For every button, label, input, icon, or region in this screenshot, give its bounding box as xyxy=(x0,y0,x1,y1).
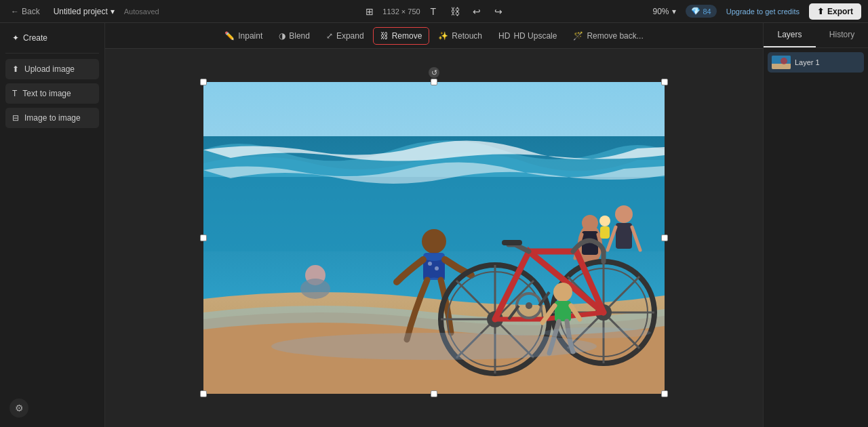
sidebar-divider xyxy=(5,53,99,54)
right-panel-tabs: Layers History xyxy=(764,23,868,48)
sidebar-item-upload[interactable]: ⬆ Upload image xyxy=(5,59,99,79)
upload-icon: ⬆ xyxy=(12,64,19,74)
zoom-control[interactable]: 90% ▾ xyxy=(648,5,679,18)
svg-point-34 xyxy=(553,283,572,302)
create-icon: ✦ xyxy=(12,33,19,43)
inpaint-label: Inpaint xyxy=(238,31,262,41)
remove-background-label: Remove back... xyxy=(587,31,643,41)
canvas-area: ✏️ Inpaint ◑ Blend ⤢ Expand ⛓ Remove ✨ R… xyxy=(105,23,763,427)
right-panel: Layers History Layer 1 xyxy=(763,23,868,427)
text-icon: T xyxy=(12,89,17,98)
svg-point-31 xyxy=(526,302,532,309)
undo-button[interactable]: ↩ xyxy=(468,3,486,20)
credits-icon: 💎 xyxy=(691,7,701,16)
handle-bottom-left[interactable] xyxy=(200,390,207,397)
rotate-handle[interactable]: ↺ xyxy=(429,67,439,78)
blend-label: Blend xyxy=(289,31,310,41)
credits-badge: 💎 84 xyxy=(686,5,717,18)
zoom-value: 90% xyxy=(652,7,669,16)
project-name-text: Untitled project xyxy=(54,7,108,16)
svg-rect-6 xyxy=(600,226,610,239)
image-container[interactable]: ↺ xyxy=(203,82,665,394)
expand-label: Expand xyxy=(336,31,364,41)
svg-point-3 xyxy=(582,215,598,231)
remove-icon: ⛓ xyxy=(380,31,389,41)
svg-rect-8 xyxy=(616,223,632,249)
inpaint-tool[interactable]: ✏️ Inpaint xyxy=(217,27,270,45)
svg-point-11 xyxy=(422,229,446,253)
header-center: ⊞ 1132 × 750 T ⛓ ↩ ↪ xyxy=(361,3,507,20)
blend-icon: ◑ xyxy=(279,31,285,41)
svg-point-40 xyxy=(781,58,787,64)
svg-point-37 xyxy=(542,327,651,338)
main: ✦ Create ⬆ Upload image T Text to image … xyxy=(0,23,868,427)
remove-tool[interactable]: ⛓ Remove xyxy=(373,27,430,45)
retouch-label: Retouch xyxy=(452,31,482,41)
chevron-down-icon: ▾ xyxy=(111,7,115,16)
image-to-image-label: Image to image xyxy=(24,113,81,123)
crop-tool-button[interactable]: ⊞ xyxy=(361,3,378,20)
hd-upscale-tool[interactable]: HD HD Upscale xyxy=(491,27,564,45)
sidebar-bottom: ⚙ xyxy=(5,394,99,422)
handle-middle-right[interactable] xyxy=(661,235,668,241)
export-icon: ⬆ xyxy=(817,7,824,16)
remove-label: Remove xyxy=(392,31,422,41)
remove-background-tool[interactable]: 🪄 Remove back... xyxy=(566,27,650,45)
handle-bottom-right[interactable] xyxy=(661,390,668,397)
link-tool-button[interactable]: ⛓ xyxy=(446,3,464,20)
credits-count: 84 xyxy=(703,7,711,16)
layer-name: Layer 1 xyxy=(795,58,820,66)
handle-top-right[interactable] xyxy=(661,79,668,85)
text-to-image-label: Text to image xyxy=(22,89,71,98)
settings-button[interactable]: ⚙ xyxy=(9,399,28,418)
svg-rect-29 xyxy=(502,240,522,245)
text-tool-button[interactable]: T xyxy=(425,3,442,20)
retouch-icon: ✨ xyxy=(438,31,448,41)
toolbar: ✏️ Inpaint ◑ Blend ⤢ Expand ⛓ Remove ✨ R… xyxy=(105,23,763,49)
back-button[interactable]: ← Back xyxy=(7,5,44,18)
autosaved-status: Autosaved xyxy=(124,7,159,16)
upload-label: Upload image xyxy=(24,64,75,74)
blend-tool[interactable]: ◑ Blend xyxy=(271,27,317,45)
svg-rect-39 xyxy=(772,64,791,69)
svg-point-13 xyxy=(428,262,432,266)
sidebar-item-text-to-image[interactable]: T Text to image xyxy=(5,83,99,104)
retouch-tool[interactable]: ✨ Retouch xyxy=(431,27,490,45)
image-size: 1132 × 750 xyxy=(382,7,420,16)
handle-top-center[interactable] xyxy=(431,79,437,85)
upgrade-button[interactable]: Upgrade to get credits xyxy=(722,5,804,18)
hd-icon: HD xyxy=(498,31,510,41)
header: ← Back Untitled project ▾ Autosaved ⊞ 11… xyxy=(0,0,868,23)
canvas-image xyxy=(203,82,665,394)
handle-middle-left[interactable] xyxy=(200,235,207,241)
svg-point-7 xyxy=(615,205,633,223)
export-label: Export xyxy=(827,7,853,16)
expand-tool[interactable]: ⤢ Expand xyxy=(319,27,372,45)
layer-item[interactable]: Layer 1 xyxy=(768,52,864,73)
left-sidebar: ✦ Create ⬆ Upload image T Text to image … xyxy=(0,23,105,427)
back-label: Back xyxy=(22,7,40,16)
project-name[interactable]: Untitled project ▾ xyxy=(50,5,119,18)
inpaint-icon: ✏️ xyxy=(224,31,235,41)
layers-list: Layer 1 xyxy=(764,48,868,77)
handle-top-left[interactable] xyxy=(200,79,207,85)
sidebar-item-image-to-image[interactable]: ⊟ Image to image xyxy=(5,108,99,128)
hd-upscale-label: HD Upscale xyxy=(513,31,557,41)
svg-point-10 xyxy=(300,279,330,299)
redo-button[interactable]: ↪ xyxy=(490,3,507,20)
svg-point-14 xyxy=(435,266,439,270)
handle-bottom-center[interactable] xyxy=(431,390,437,397)
tab-history[interactable]: History xyxy=(816,23,868,47)
wand-icon: 🪄 xyxy=(573,31,583,41)
expand-icon: ⤢ xyxy=(326,31,333,41)
canvas-wrapper[interactable]: ↺ xyxy=(105,49,763,427)
header-left: ← Back Untitled project ▾ Autosaved xyxy=(7,5,159,18)
create-button[interactable]: ✦ Create xyxy=(5,28,99,47)
header-tools: ⊞ 1132 × 750 T ⛓ ↩ ↪ xyxy=(361,3,507,20)
back-icon: ← xyxy=(11,7,19,16)
header-right: 90% ▾ 💎 84 Upgrade to get credits ⬆ Expo… xyxy=(648,3,861,20)
tab-layers[interactable]: Layers xyxy=(764,23,816,47)
create-label: Create xyxy=(23,33,47,43)
settings-icon: ⚙ xyxy=(15,403,24,413)
export-button[interactable]: ⬆ Export xyxy=(809,3,861,20)
